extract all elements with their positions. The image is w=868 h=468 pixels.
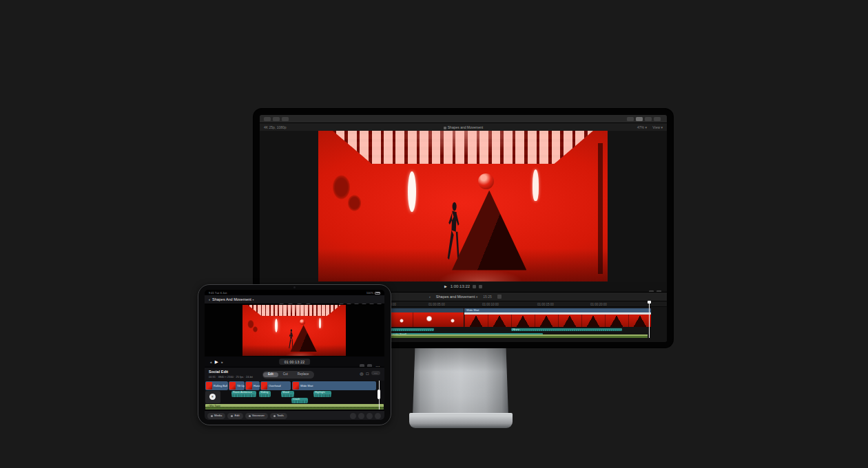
music-clip[interactable]: ♪ Mix Tape [205,404,384,410]
pyramid [290,325,317,352]
audio-meters-icon[interactable] [479,285,482,288]
edit-pill[interactable]: Edit [227,413,242,419]
segment-edit[interactable]: Edit [263,372,278,378]
battery-icon [375,292,380,295]
ruler-tick: 01:00:20:00 [590,303,607,306]
chevron-down-icon: ▾ [476,295,477,299]
ipad-viewer-video [242,305,346,356]
timeline-project-menu[interactable]: Shapes and Movement [436,295,475,299]
audio-sliding[interactable]: Sliding [259,391,271,397]
clip-wide-shot[interactable]: Wide Shot [292,381,376,390]
status-time: 9:41 [209,291,214,295]
tools-icon [273,415,276,417]
audio-crash[interactable]: Crash [291,398,308,403]
front-camera [293,286,296,288]
tools-pill[interactable]: Tools [270,413,287,419]
red-sphere [300,319,305,325]
ipad: 9:41 Tue 6 Jun 100% ‹Shapes And Movement… [198,284,391,425]
video-clip-wide-shot[interactable]: Wide Shot [464,308,651,327]
media-pill[interactable]: Media [207,413,225,419]
segment-replace[interactable]: Replace [293,372,314,378]
pyramid [452,191,526,270]
ipad-transport: «▶» 01:00:13:22 ⋯ [205,357,384,367]
project-meta: 00:31 · 3840 × 2160 · 25 fps · 24-bit [209,375,253,379]
ipad-bottom-toolbar: Media Edit Voiceover Tools [205,410,384,420]
snapping-icon[interactable] [358,413,364,419]
window-slit [408,171,416,212]
viewer-zoom-menu[interactable]: 47% ▾ [637,125,647,129]
edit-mode-segmented-control: Edit Cut Replace [262,371,314,379]
media-icon [211,415,213,417]
timeline-header: Social Edit 00:31 · 3840 × 2160 · 25 fps… [205,367,384,381]
keyword-icon[interactable] [282,117,289,121]
timeline-back-icon[interactable]: ‹ [429,295,431,299]
play-icon[interactable]: ▶ [444,284,447,288]
timeline-duration: 15:25 [483,295,492,299]
red-sphere [478,173,494,189]
clip-tilt-up[interactable]: Tilt Up [229,381,245,390]
status-date: Tue 6 Jun [215,291,227,295]
audio-mood[interactable]: Mood [281,391,294,397]
viewer-timecode: 1:00:13:22 [451,284,470,288]
ipad-timecode: 01:00:13:22 [279,359,311,365]
ruler-tick: 01:00:10:00 [482,303,499,306]
visibility-icon[interactable]: ◎ [360,372,363,376]
overlay-icon[interactable]: □ [366,372,369,376]
ruler-tick: 01:00:15:00 [537,303,554,306]
segment-cut[interactable]: Cut [278,372,293,378]
ipad-navbar: ‹Shapes And Movement ▾ [205,295,384,304]
sound-effect-icon: ≡ [209,394,216,400]
voiceover-pill[interactable]: Voiceover [245,413,268,419]
playhead[interactable] [649,301,650,338]
skip-back-icon[interactable]: « [210,360,212,364]
window-slit [275,319,278,332]
fcp-toolbar [260,115,667,123]
project-name[interactable]: Social Edit [209,370,228,374]
effects-icon[interactable] [636,117,643,121]
wall-portal [252,326,258,332]
zoom-out-icon[interactable] [366,413,373,419]
viewer-video [318,131,608,281]
ruler-tick: 01:00:05:00 [428,303,445,306]
clip-rolling-ball[interactable]: Rolling Ball [205,381,228,390]
viewer-view-menu[interactable]: View ▾ [652,125,663,129]
audio-highlight[interactable]: Highlight [313,391,331,397]
add-project-icon[interactable] [497,295,502,299]
viewer-title: Shapes and Movement [260,125,667,129]
clip-hands[interactable]: Hands [245,381,260,390]
wall-portal [346,193,363,214]
wall-arch [319,318,321,329]
marketing-scene: 4K 25p, 1080p Shapes and Movement 47% ▾ … [0,0,868,468]
skip-forward-icon[interactable]: » [221,360,223,364]
audio-sting-clip[interactable]: ≡ [205,391,220,403]
transitions-icon[interactable] [645,117,652,121]
zoom-in-icon[interactable] [375,413,381,419]
edit-icon [231,415,233,417]
audio-clip-music[interactable]: Music [511,328,622,331]
voiceover-icon [249,415,251,417]
audio-room-ambience[interactable]: Room Ambience [231,391,256,397]
ipad-screen: 9:41 Tue 6 Jun 100% ‹Shapes And Movement… [205,290,384,420]
ipad-timeline[interactable]: Rolling Ball Tilt Up Hands Overhead Wide… [205,381,384,410]
wall-arch [533,169,539,201]
loop-icon[interactable] [473,285,476,288]
ipad-playhead-handle[interactable] [378,390,380,399]
play-icon[interactable]: ▶ [215,359,218,364]
viewer-header: 4K 25p, 1080p Shapes and Movement 47% ▾ … [260,123,667,131]
sidebar-toggle-icon[interactable] [264,117,271,121]
project-icon [444,127,446,129]
display-stand-base [409,413,513,428]
more-pill[interactable]: ⋯ [371,371,380,375]
status-bar: 9:41 Tue 6 Jun 100% [205,290,384,295]
delete-icon[interactable] [350,413,356,419]
display-stand-neck [413,348,508,416]
import-icon[interactable] [273,117,280,121]
battery-percent: 100% [366,291,373,295]
clip-overhead[interactable]: Overhead [260,381,291,390]
inspector-icon[interactable] [654,117,661,121]
index-icon[interactable] [627,117,634,121]
